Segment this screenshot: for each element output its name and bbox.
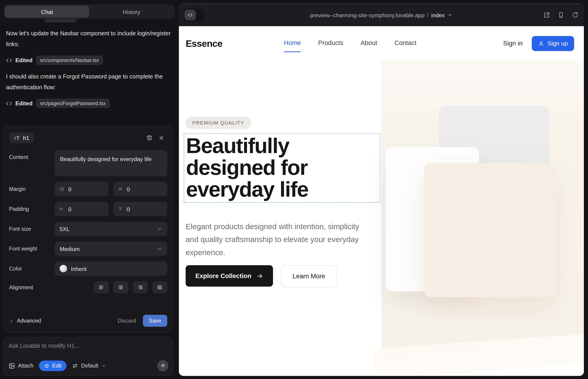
- font-weight-select[interactable]: Medium: [55, 242, 167, 256]
- open-external-button[interactable]: [543, 12, 550, 18]
- assistant-message: Now let's update the Navbar component to…: [6, 28, 172, 49]
- align-right-button[interactable]: [133, 281, 148, 293]
- padding-x-input[interactable]: 0: [55, 202, 109, 216]
- color-swatch: [60, 265, 67, 272]
- attach-button[interactable]: Attach: [9, 363, 33, 369]
- delete-element-button[interactable]: [143, 132, 155, 143]
- chat-history-tabbar: Chat History: [4, 5, 175, 19]
- preview-url[interactable]: preview--charming-site-symphony.lovable.…: [179, 12, 584, 18]
- site-brand[interactable]: Essence: [186, 38, 284, 49]
- file-pill-navbar[interactable]: src/components/Navbar.tsx: [36, 56, 103, 65]
- sign-in-link[interactable]: Sign in: [503, 40, 523, 47]
- close-icon: [158, 134, 164, 141]
- content-label: Content: [9, 150, 55, 160]
- user-icon: [538, 41, 544, 47]
- send-button[interactable]: [157, 360, 168, 371]
- edited-label: Edited: [15, 57, 32, 63]
- chevron-right-icon: [9, 318, 14, 323]
- url-path: index: [431, 12, 445, 18]
- padding-y-input[interactable]: 0: [113, 202, 167, 216]
- element-inspector: TT h1 Content Beautifull: [3, 126, 173, 332]
- close-inspector-button[interactable]: [155, 132, 167, 143]
- font-size-select[interactable]: 5XL: [55, 222, 167, 236]
- chevron-down-icon: [157, 226, 163, 232]
- edit-target-icon: [44, 363, 49, 369]
- chevron-down-icon: [157, 246, 163, 252]
- preview-actions: [543, 4, 579, 26]
- selected-h1-element[interactable]: Beautifully designed for everyday life: [184, 134, 380, 203]
- hero-paragraph: Elegant products designed with intention…: [186, 220, 370, 259]
- sign-up-button[interactable]: Sign up: [532, 36, 574, 51]
- alignment-row: Alignment: [9, 281, 167, 293]
- learn-more-button[interactable]: Learn More: [281, 265, 337, 287]
- color-select[interactable]: Inherit: [55, 262, 167, 276]
- attach-icon: [9, 363, 15, 369]
- save-button[interactable]: Save: [143, 315, 167, 327]
- content-row: Content Beautifully designed for everyda…: [9, 150, 167, 176]
- margin-x-icon: [59, 187, 64, 192]
- inspector-footer: Advanced Discard Save: [9, 315, 167, 327]
- explore-collection-button[interactable]: Explore Collection: [186, 265, 273, 286]
- align-justify-button[interactable]: [152, 281, 167, 293]
- edit-mode-button[interactable]: Edit: [39, 360, 66, 371]
- content-input[interactable]: Beautifully designed for everyday life: [55, 150, 167, 176]
- margin-y-input[interactable]: 0: [113, 182, 167, 196]
- align-center-button[interactable]: [113, 281, 128, 293]
- edited-file-row: Edited src/components/Navbar.tsx: [6, 56, 172, 65]
- arrow-right-icon: [257, 272, 263, 279]
- code-icon: [185, 10, 196, 20]
- nav-link-products[interactable]: Products: [318, 39, 343, 48]
- nav-link-about[interactable]: About: [360, 39, 377, 48]
- tab-chat[interactable]: Chat: [5, 6, 89, 18]
- padding-row: Padding 0 0: [9, 202, 167, 216]
- site-nav-links: Home Products About Contact: [284, 39, 417, 48]
- url-chevron-icon: [448, 12, 453, 18]
- advanced-toggle[interactable]: Advanced: [9, 318, 41, 324]
- lovable-app: Chat History Now let's update the Navbar…: [0, 0, 588, 379]
- code-view-toggle[interactable]: [184, 9, 204, 22]
- hero-section: PREMIUM QUALITY Beautifully designed for…: [179, 61, 584, 376]
- arrow-up-icon: [160, 363, 166, 369]
- font-weight-label: Font weight: [9, 246, 55, 252]
- premium-quality-badge: PREMIUM QUALITY: [186, 117, 251, 129]
- model-selector[interactable]: Default: [72, 363, 106, 369]
- margin-x-input[interactable]: 0: [55, 182, 109, 196]
- chat-messages: Now let's update the Navbar component to…: [6, 23, 172, 114]
- tab-history[interactable]: History: [89, 6, 174, 18]
- chevron-down-icon: [101, 363, 106, 368]
- site-auth: Sign in Sign up: [503, 36, 574, 51]
- code-icon: [6, 100, 12, 106]
- preview-frame: preview--charming-site-symphony.lovable.…: [179, 4, 584, 376]
- preview-panel: preview--charming-site-symphony.lovable.…: [178, 0, 588, 379]
- edited-label: Edited: [15, 100, 32, 107]
- discard-button[interactable]: Discard: [118, 318, 136, 324]
- decorative-card-cream: [424, 163, 556, 297]
- padding-y-icon: [118, 206, 123, 211]
- chat-panel: Chat History Now let's update the Navbar…: [0, 0, 178, 379]
- refresh-button[interactable]: [572, 12, 579, 18]
- font-size-row: Font size 5XL: [9, 222, 167, 236]
- composer-input[interactable]: Ask Lovable to modify H1...: [9, 343, 168, 349]
- device-preview-button[interactable]: [558, 12, 564, 18]
- nav-link-contact[interactable]: Contact: [394, 39, 417, 48]
- padding-label: Padding: [9, 206, 55, 212]
- inspector-header: TT h1: [9, 132, 167, 143]
- nav-link-home[interactable]: Home: [284, 39, 301, 48]
- text-style-icon: TT: [14, 135, 20, 141]
- align-left-button[interactable]: [94, 281, 109, 293]
- padding-x-icon: [59, 206, 64, 211]
- assistant-message: I should also create a Forgot Password p…: [6, 71, 172, 93]
- font-weight-row: Font weight Medium: [9, 242, 167, 256]
- selected-element-chip[interactable]: TT h1: [9, 132, 34, 143]
- margin-row: Margin 0 0: [9, 182, 167, 196]
- hero-cta-row: Explore Collection Learn More: [186, 265, 337, 287]
- alignment-label: Alignment: [9, 284, 55, 290]
- composer-toolbar: Attach Edit Default: [9, 360, 169, 371]
- edited-file-row: Edited src/pages/ForgotPassword.tsx: [6, 99, 172, 108]
- font-size-label: Font size: [9, 226, 55, 232]
- file-pill-forgot-password[interactable]: src/pages/ForgotPassword.tsx: [36, 99, 110, 108]
- margin-label: Margin: [9, 186, 55, 192]
- site-navbar: Essence Home Products About Contact Sign…: [179, 26, 584, 61]
- hero-title-line: everyday life: [186, 178, 380, 200]
- hero-title-line: Beautifully: [186, 135, 380, 157]
